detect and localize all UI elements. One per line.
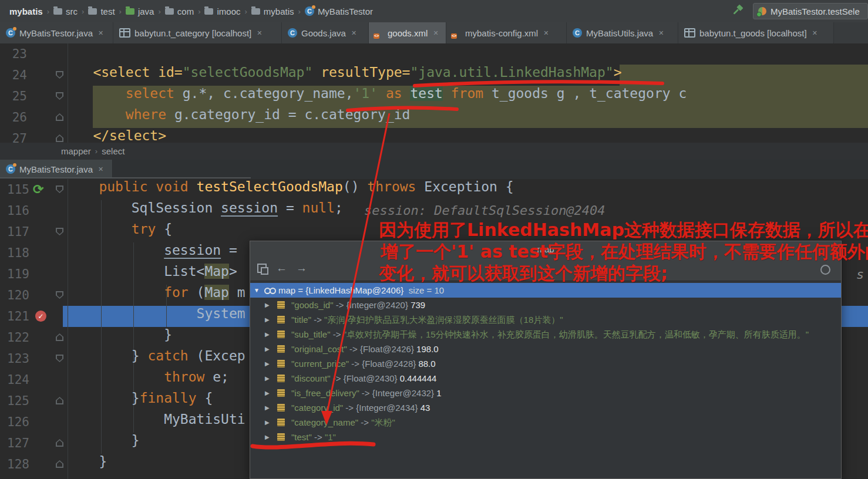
breadcrumb-item-com[interactable]: com (165, 6, 194, 16)
code-line: } (66, 454, 107, 475)
breadcrumb-item-java[interactable]: java (126, 6, 154, 16)
expand-arrow-icon[interactable]: ▶ (265, 371, 270, 386)
expand-arrow-icon[interactable]: ▶ (265, 386, 270, 400)
run-test-icon[interactable]: ⟳ (33, 182, 43, 197)
tab-strip-divider (0, 177, 251, 178)
tab-label: babytun.t_goods [localhost] (699, 28, 807, 38)
map-entry-row-current-price[interactable]: ▶ "current_price" -> {Float@2428} 88.0 (250, 356, 842, 371)
map-entry-text: "title" -> "亲润 孕妇护肤品豆乳大米盈润保湿胶原蚕丝面膜（18片装）… (291, 312, 563, 327)
tab-mybatistestor-java[interactable]: C MyBatisTestor.java ✕ (0, 22, 113, 43)
code-line: throw e; (66, 369, 229, 390)
injected-sql-highlight (620, 65, 868, 86)
class-icon: C (6, 164, 15, 174)
map-entry-row-is-free-delivery[interactable]: ▶ "is_free_delivery" -> {Integer@2432} 1 (250, 386, 842, 400)
breadcrumb-item-imooc[interactable]: imooc (204, 6, 240, 16)
tab-mybatisutils-java[interactable]: C MyBatisUtils.java ✕ (567, 22, 678, 43)
map-root-row[interactable]: ▼ map = {LinkedHashMap@2406} size = 10 (250, 283, 842, 298)
fold-marker-icon[interactable] (56, 228, 63, 235)
map-entry-row-original-cost[interactable]: ▶ "original_cost" -> {Float@2426} 198.0 (250, 342, 842, 356)
expand-arrow-icon[interactable]: ▶ (265, 430, 270, 444)
map-entry-icon (277, 433, 285, 441)
close-icon[interactable]: ✕ (812, 29, 817, 37)
map-entry-text: "original_cost" -> {Float@2426} 198.0 (291, 342, 439, 356)
expand-arrow-icon[interactable]: ▶ (265, 312, 270, 327)
xml-editor[interactable]: 23 24 25 26 27 <select id="selectGoodsMa… (0, 43, 868, 143)
breadcrumb-item-select[interactable]: select (102, 146, 125, 156)
breadcrumb-item-class[interactable]: CMyBatisTestor (305, 6, 373, 16)
expand-arrow-icon[interactable]: ▶ (265, 356, 270, 371)
close-icon[interactable]: ✕ (351, 29, 356, 37)
folder-icon (53, 8, 62, 15)
map-root-text: map = {LinkedHashMap@2406} size = 10 (278, 283, 444, 298)
breadcrumb-label: MyBatisTestor (318, 6, 373, 16)
close-icon[interactable]: ✕ (98, 29, 103, 37)
split-editor-tab-bar: C MyBatisTestor.java ✕ (0, 160, 868, 179)
map-entry-row-sub-title[interactable]: ▶ "sub_title" -> "卓效对抗孕期干燥，15分钟快速补水，补充胶原… (250, 327, 842, 342)
map-entry-row-test[interactable]: ▶ "test" -> "1" (250, 430, 842, 444)
expand-arrow-icon[interactable]: ▶ (265, 342, 270, 356)
expand-arrow-icon[interactable]: ▶ (265, 415, 270, 430)
chevron-right-icon: › (158, 7, 160, 16)
settings-ring-icon[interactable] (820, 265, 830, 275)
code-line: } (66, 327, 172, 348)
tab-t-goods-table[interactable]: babytun.t_goods [localhost] ✕ (678, 22, 834, 43)
breadcrumb-label: java (138, 6, 154, 16)
fold-marker-icon[interactable] (56, 397, 63, 404)
fold-marker-icon[interactable] (56, 460, 63, 468)
map-entry-text: "sub_title" -> "卓效对抗孕期干燥，15分钟快速补水，补充胶原蛋白… (291, 327, 809, 342)
fold-marker-icon[interactable] (56, 439, 63, 447)
chevron-right-icon: › (119, 7, 122, 16)
map-entry-row-category-id[interactable]: ▶ "category_id" -> {Integer@2434} 43 (250, 400, 842, 415)
tab-t-category-table[interactable]: babytun.t_category [localhost] ✕ (113, 22, 282, 43)
debugger-inspect-popup[interactable]: map ← → ▼ map = {LinkedHashMap@2406} siz… (250, 241, 842, 479)
breadcrumb-item-project[interactable]: mybatis (9, 6, 43, 16)
close-icon[interactable]: ✕ (98, 166, 103, 173)
breadcrumb-item-test[interactable]: test (88, 6, 115, 16)
fold-marker-icon[interactable] (56, 333, 63, 341)
class-icon: C (6, 28, 15, 38)
map-entry-row-category-name[interactable]: ▶ "category_name" -> "米粉" (250, 415, 842, 430)
expand-arrow-icon[interactable]: ▶ (265, 400, 270, 415)
map-entry-row-discount[interactable]: ▶ "discount" -> {Float@2430} 0.444444 (250, 371, 842, 386)
expand-arrow-icon[interactable]: ▶ (265, 327, 270, 342)
tab-goods-java[interactable]: C Goods.java ✕ (282, 22, 369, 43)
breadcrumb-item-mapper[interactable]: mapper (61, 146, 91, 156)
run-configuration-selector[interactable]: MyBatisTestor.testSele (753, 3, 868, 19)
build-hammer-icon[interactable] (731, 3, 745, 19)
close-icon[interactable]: ✕ (658, 29, 664, 37)
close-icon[interactable]: ✕ (543, 29, 549, 37)
fold-marker-icon[interactable] (56, 185, 63, 193)
back-arrow-icon[interactable]: ← (276, 262, 287, 274)
tab-mybatis-config-xml[interactable]: <> mybatis-config.xml ✕ (446, 22, 567, 43)
table-icon (119, 28, 130, 38)
editor-tab-bar: C MyBatisTestor.java ✕ babytun.t_categor… (0, 22, 868, 43)
breakpoint-icon[interactable]: ✓ (35, 311, 46, 322)
junit-test-icon (758, 7, 766, 15)
run-configuration-label: MyBatisTestor.testSele (771, 6, 860, 16)
line-number: 125 (0, 390, 29, 411)
tab-mybatistestor-java-bottom[interactable]: C MyBatisTestor.java ✕ (0, 160, 113, 178)
popup-header: map ← → (250, 241, 841, 281)
line-number: 120 (0, 285, 29, 306)
close-icon[interactable]: ✕ (257, 29, 262, 37)
fold-marker-icon[interactable] (56, 291, 63, 299)
code-line: select g.*, c.category_name,'1' as test … (60, 86, 687, 107)
fold-marker-icon[interactable] (56, 355, 63, 362)
breadcrumb-item-src[interactable]: src (53, 6, 78, 16)
map-entry-text: "is_free_delivery" -> {Integer@2432} 1 (291, 386, 442, 400)
view-options-icon[interactable] (257, 264, 267, 273)
code-line: } catch (Excep (66, 348, 245, 369)
breadcrumb-item-mybatis[interactable]: mybatis (251, 6, 294, 16)
folder-icon (88, 8, 97, 15)
chevron-right-icon: › (95, 147, 97, 156)
line-number: 124 (0, 369, 29, 390)
collapse-arrow-icon[interactable]: ▼ (254, 283, 260, 298)
forward-arrow-icon[interactable]: → (296, 262, 307, 274)
map-entry-row-title[interactable]: ▶ "title" -> "亲润 孕妇护肤品豆乳大米盈润保湿胶原蚕丝面膜（18片… (250, 312, 842, 327)
map-entry-row-goods-id[interactable]: ▶ "goods_id" -> {Integer@2420} 739 (250, 298, 842, 312)
close-icon[interactable]: ✕ (433, 29, 438, 37)
chevron-right-icon: › (198, 7, 200, 16)
class-icon: C (573, 28, 582, 38)
tab-goods-xml[interactable]: <> goods.xml ✕ (369, 22, 446, 43)
expand-arrow-icon[interactable]: ▶ (265, 298, 270, 312)
